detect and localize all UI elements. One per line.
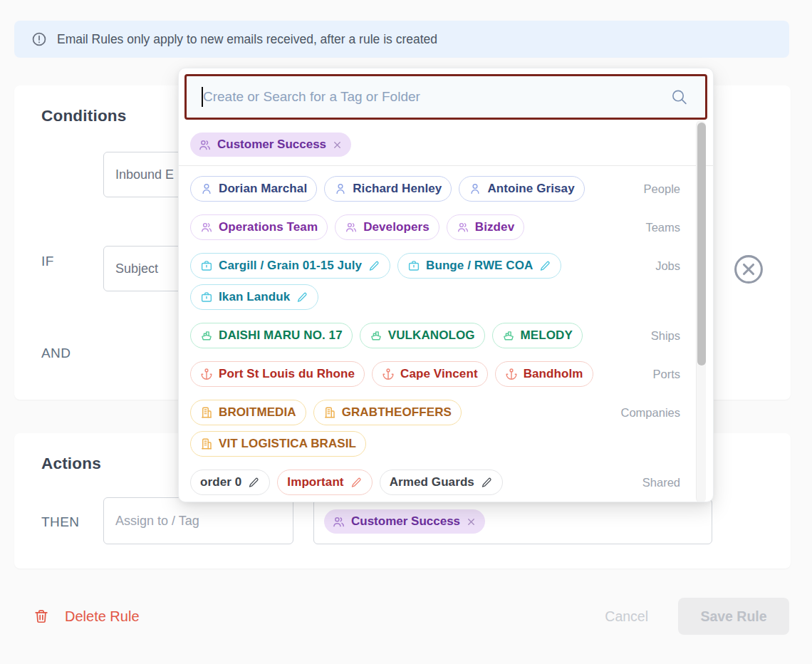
edit-pencil-icon[interactable] [539,260,551,272]
tag-group-shared: order 0ImportantArmed GuardsShared [190,470,702,495]
tag-group-companies: BROITMEDIAGRABTHEOFFERSVIT LOGISTICA BRA… [190,400,702,457]
anchor-icon [382,368,395,380]
ship-icon [502,329,515,342]
ship-icon [200,329,213,342]
category-label: People [644,182,680,196]
tag-option-label: Cargill / Grain 01-15 July [219,259,362,273]
tag-option-pill[interactable]: Bunge / RWE COA [397,253,561,279]
tag-group-teams: Operations TeamDevelopersBizdevTeams [190,214,702,240]
remove-condition-button[interactable] [732,253,765,286]
selected-tags-row: Customer Success [179,125,713,166]
then-label: THEN [41,514,79,530]
person-icon [200,182,213,195]
actions-title: Actions [41,455,101,473]
cancel-button[interactable]: Cancel [605,608,648,625]
person-icon [469,182,482,195]
tag-group-people: Dorian MarchalRichard HenleyAntoine Gris… [190,176,702,202]
people-icon [332,515,345,529]
scrollbar-track[interactable] [696,120,706,502]
tag-option-label: DAISHI MARU NO. 17 [219,328,343,343]
assign-tag-input[interactable] [103,497,293,544]
edit-pencil-icon[interactable] [350,477,363,489]
tag-option-label: Important [287,475,343,489]
tag-option-pill[interactable]: Bandholm [495,361,593,387]
save-rule-button[interactable]: Save Rule [678,598,789,635]
ship-icon [370,329,382,342]
tag-option-pill[interactable]: Bizdev [447,214,524,240]
tag-option-pill[interactable]: Richard Henley [324,176,452,202]
scrollbar-thumb[interactable] [697,123,706,365]
tag-option-label: Operations Team [219,220,318,234]
assigned-tags-field[interactable]: Customer Success [313,499,712,544]
tag-option-pill[interactable]: Cargill / Grain 01-15 July [190,253,390,279]
tag-option-label: Armed Guards [390,475,474,489]
tag-option-label: MELODY [521,328,573,343]
tag-option-label: Developers [363,220,430,234]
tag-option-label: Cape Vincent [400,367,478,381]
category-label: Companies [621,406,680,420]
tag-suggestions-list: Dorian MarchalRichard HenleyAntoine Gris… [179,166,713,495]
anchor-icon [505,368,518,380]
briefcase-icon [200,259,213,272]
trash-icon [33,608,49,624]
tag-option-pill[interactable]: Cape Vincent [372,361,488,387]
building-icon [200,406,213,419]
people-icon [200,221,213,234]
tag-option-pill[interactable]: BROITMEDIA [190,400,306,425]
tag-group-ships: DAISHI MARU NO. 17VULKANOLOGMELODYShips [190,323,702,348]
tag-option-pill[interactable]: Antoine Grisay [459,176,584,202]
tag-option-pill[interactable]: Port St Louis du Rhone [190,361,365,387]
remove-tag-icon[interactable] [466,517,477,527]
selected-tag-label: Customer Success [217,138,326,152]
building-icon [323,406,336,419]
edit-pencil-icon[interactable] [296,291,308,304]
tag-option-pill[interactable]: Important [277,470,372,495]
banner-text: Email Rules only apply to new emails rec… [57,32,437,47]
tag-search-dropdown: Customer Success Dorian MarchalRichard H… [178,68,714,502]
anchor-icon [200,368,213,380]
category-label: Jobs [655,259,680,273]
tag-option-label: Bizdev [475,220,514,234]
selected-tag-customer-success[interactable]: Customer Success [190,133,351,157]
tag-search-box [184,74,707,120]
tag-option-pill[interactable]: Armed Guards [380,470,503,495]
edit-pencil-icon[interactable] [481,477,493,489]
tag-search-input[interactable] [187,76,705,118]
building-icon [200,437,213,450]
edit-pencil-icon[interactable] [248,477,260,489]
tag-option-label: VIT LOGISTICA BRASIL [219,437,356,451]
tag-option-pill[interactable]: GRABTHEOFFERS [313,400,462,425]
tag-option-pill[interactable]: MELODY [492,323,583,348]
tag-option-pill[interactable]: order 0 [190,470,270,495]
alert-circle-icon [31,31,47,47]
tag-option-pill[interactable]: Dorian Marchal [190,176,317,202]
tag-option-label: Antoine Grisay [487,182,574,196]
remove-selected-tag-icon[interactable] [332,140,343,150]
assigned-tag-customer-success[interactable]: Customer Success [324,509,485,534]
people-icon [345,221,358,234]
and-label: AND [41,346,71,361]
tag-option-label: Port St Louis du Rhone [219,367,355,381]
delete-rule-button[interactable]: Delete Rule [33,608,140,625]
tag-option-pill[interactable]: VULKANOLOG [360,323,485,348]
info-banner: Email Rules only apply to new emails rec… [14,21,789,58]
conditions-title: Conditions [41,107,126,125]
modal-footer: Delete Rule Cancel Save Rule [0,569,812,664]
tag-option-label: Bunge / RWE COA [426,259,533,273]
people-icon [198,138,212,152]
tag-option-pill[interactable]: Ikan Landuk [190,284,318,310]
tag-option-label: VULKANOLOG [388,328,475,343]
tag-option-label: Ikan Landuk [219,290,290,304]
person-icon [334,182,347,195]
category-label: Shared [642,476,680,489]
edit-pencil-icon[interactable] [368,260,380,272]
tag-option-pill[interactable]: Developers [335,214,439,240]
tag-option-label: Bandholm [524,367,583,381]
people-icon [457,221,469,234]
tag-option-label: BROITMEDIA [219,405,296,420]
tag-option-pill[interactable]: Operations Team [190,214,328,240]
tag-option-pill[interactable]: VIT LOGISTICA BRASIL [190,431,366,457]
if-label: IF [41,254,54,269]
tag-option-pill[interactable]: DAISHI MARU NO. 17 [190,323,353,348]
tag-option-label: Richard Henley [353,182,442,196]
